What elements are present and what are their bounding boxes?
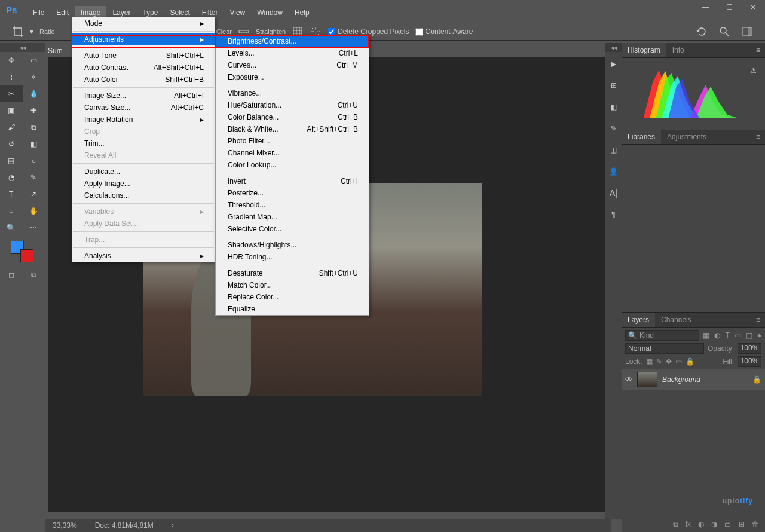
tool-eyedrop[interactable]: 💧 xyxy=(23,85,45,102)
arrow-down-icon[interactable]: ▾ xyxy=(30,27,33,36)
adjustments-menu-item-channel-mixer[interactable]: Channel Mixer... xyxy=(216,147,369,159)
tool-gradient[interactable]: ▤ xyxy=(0,152,23,169)
minimize-button[interactable]: — xyxy=(699,3,711,11)
tab-layers[interactable]: Layers xyxy=(622,313,655,327)
menu-edit[interactable]: Edit xyxy=(50,6,75,19)
tool-blur[interactable]: ○ xyxy=(23,152,45,169)
adjustments-menu-item-shadows-highlights[interactable]: Shadows/Highlights... xyxy=(216,239,369,251)
image-menu-item-apply-image[interactable]: Apply Image... xyxy=(72,178,215,189)
dock-collapse-icon[interactable]: ◂◂ xyxy=(605,43,622,52)
adjustments-menu-item-color-lookup[interactable]: Color Lookup... xyxy=(216,159,369,171)
visibility-icon[interactable]: 👁 xyxy=(625,375,632,384)
layer-thumbnail[interactable] xyxy=(637,372,657,387)
adjustments-menu-item-hue-saturation[interactable]: Hue/Saturation...Ctrl+U xyxy=(216,99,369,111)
adjustments-menu-item-threshold[interactable]: Threshold... xyxy=(216,199,369,211)
image-menu-item-mode[interactable]: Mode▸ xyxy=(72,17,215,29)
play-icon[interactable]: ▶ xyxy=(605,54,622,74)
adjustments-menu-item-invert[interactable]: InvertCtrl+I xyxy=(216,175,369,187)
adjustments-menu-item-curves[interactable]: Curves...Ctrl+M xyxy=(216,59,369,71)
tool-path[interactable]: ↗ xyxy=(23,186,45,203)
tool-more[interactable]: ⋯ xyxy=(23,219,45,236)
document-tab[interactable]: Sum xyxy=(48,47,63,55)
ratio-label[interactable]: Ratio xyxy=(39,28,55,35)
tool-lasso[interactable]: ⌇ xyxy=(0,69,23,85)
filter-image-icon[interactable]: ▦ xyxy=(703,331,709,340)
adjustments-menu-item-match-color[interactable]: Match Color... xyxy=(216,279,369,291)
image-menu-item-auto-color[interactable]: Auto ColorShift+Ctrl+B xyxy=(72,74,215,85)
menu-view[interactable]: View xyxy=(224,6,251,19)
tool-history[interactable]: ↺ xyxy=(0,136,23,152)
tab-info[interactable]: Info xyxy=(666,43,690,57)
tool-stamp[interactable]: ⧉ xyxy=(23,119,45,136)
adjustments-menu-item-levels[interactable]: Levels...Ctrl+L xyxy=(216,47,369,59)
tab-channels[interactable]: Channels xyxy=(655,313,697,327)
warning-icon[interactable]: ⚠ xyxy=(750,66,757,75)
tool-move[interactable]: ✥ xyxy=(0,52,23,69)
image-menu-item-trim[interactable]: Trim... xyxy=(72,137,215,149)
tool-pen[interactable]: ✎ xyxy=(23,169,45,186)
color-icon[interactable]: ◧ xyxy=(605,97,622,117)
quickmask-icon[interactable]: ◻ xyxy=(8,271,14,279)
people-icon[interactable]: 👤 xyxy=(605,162,622,181)
doc-size[interactable]: Doc: 4,81M/4,81M xyxy=(95,521,154,530)
layer-name[interactable]: Background xyxy=(662,375,700,384)
tool-wand[interactable]: ✧ xyxy=(23,69,45,85)
search-icon[interactable] xyxy=(718,26,730,38)
image-menu-item-adjustments[interactable]: Adjustments▸ xyxy=(72,33,215,45)
adjustments-menu-item-black-white[interactable]: Black & White...Alt+Shift+Ctrl+B xyxy=(216,123,369,135)
image-menu-item-calculations[interactable]: Calculations... xyxy=(72,189,215,201)
type-panel-icon[interactable]: A| xyxy=(605,184,622,203)
lock-all-icon[interactable]: 🔒 xyxy=(686,357,694,366)
character-icon[interactable]: ⊞ xyxy=(605,76,622,95)
tab-adjustments[interactable]: Adjustments xyxy=(661,130,712,144)
zoom-level[interactable]: 33,33% xyxy=(53,521,77,530)
layer-row-background[interactable]: 👁 Background 🔒 xyxy=(622,369,765,390)
filter-toggle-icon[interactable]: ● xyxy=(757,331,761,340)
image-menu-item-auto-tone[interactable]: Auto ToneShift+Ctrl+L xyxy=(72,50,215,62)
lock-art-icon[interactable]: ▭ xyxy=(675,357,682,366)
chevron-right-icon[interactable]: › xyxy=(172,521,174,530)
tool-rect[interactable]: ○ xyxy=(0,203,23,219)
mask-icon[interactable]: ◐ xyxy=(698,520,704,528)
blend-mode-select[interactable]: Normal xyxy=(625,343,704,354)
menu-window[interactable]: Window xyxy=(251,6,289,19)
filter-shape-icon[interactable]: ▭ xyxy=(735,331,741,340)
tool-hand[interactable]: ✋ xyxy=(23,203,45,219)
maximize-button[interactable]: ☐ xyxy=(723,3,735,11)
adjustments-menu-item-photo-filter[interactable]: Photo Filter... xyxy=(216,135,369,147)
image-menu-item-image-size[interactable]: Image Size...Alt+Ctrl+I xyxy=(72,90,215,102)
layer-filter-search[interactable]: 🔍 Kind xyxy=(625,330,699,341)
content-aware-checkbox[interactable]: Content-Aware xyxy=(415,27,473,36)
group-icon[interactable]: 🗀 xyxy=(724,520,732,528)
fx-icon[interactable]: fx xyxy=(686,520,691,528)
adjustments-menu-item-equalize[interactable]: Equalize xyxy=(216,303,369,315)
lock-pos-icon[interactable]: ✥ xyxy=(666,357,672,366)
adjustments-menu-item-exposure[interactable]: Exposure... xyxy=(216,71,369,83)
adjustment-icon[interactable]: ◑ xyxy=(711,520,717,528)
tab-histogram[interactable]: Histogram xyxy=(622,43,666,57)
filter-type-icon[interactable]: T xyxy=(725,331,729,340)
lock-icon[interactable]: 🔒 xyxy=(752,375,761,384)
link-icon[interactable]: ⧉ xyxy=(673,520,678,528)
image-menu-item-duplicate[interactable]: Duplicate... xyxy=(72,166,215,178)
tool-zoom[interactable]: 🔍 xyxy=(0,219,23,236)
trash-icon[interactable]: 🗑 xyxy=(752,520,759,528)
new-layer-icon[interactable]: ⊞ xyxy=(739,520,745,528)
lock-paint-icon[interactable]: ✎ xyxy=(656,357,662,366)
tool-type[interactable]: T xyxy=(0,186,23,203)
screenmode-icon[interactable]: ⧉ xyxy=(31,271,36,279)
adjustments-menu-item-replace-color[interactable]: Replace Color... xyxy=(216,291,369,303)
tools-collapse-icon[interactable]: ◂◂ xyxy=(0,43,45,52)
adjustments-menu-item-hdr-toning[interactable]: HDR Toning... xyxy=(216,251,369,263)
tool-frame[interactable]: ▣ xyxy=(0,102,23,119)
opacity-value[interactable]: 100% xyxy=(738,343,761,354)
tool-marquee[interactable]: ▭ xyxy=(23,52,45,69)
image-menu-item-analysis[interactable]: Analysis▸ xyxy=(72,250,215,262)
lock-trans-icon[interactable]: ▦ xyxy=(646,357,653,366)
swatches-icon[interactable]: ◫ xyxy=(605,140,622,160)
adjustments-menu-item-color-balance[interactable]: Color Balance...Ctrl+B xyxy=(216,111,369,123)
brush-icon[interactable]: ✎ xyxy=(605,119,622,138)
panel-menu-icon[interactable]: ≡ xyxy=(751,130,765,143)
close-button[interactable]: ✕ xyxy=(747,3,759,11)
workspace-icon[interactable] xyxy=(741,26,753,38)
